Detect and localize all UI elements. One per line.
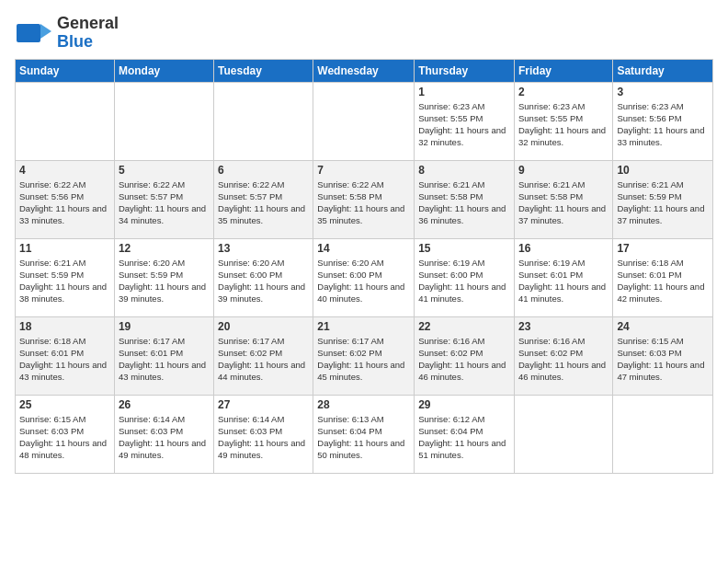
day-number: 20 [218,320,309,333]
day-number: 27 [218,398,309,411]
col-header-wednesday: Wednesday [313,59,415,82]
day-number: 25 [19,398,110,411]
day-cell: 9Sunrise: 6:21 AM Sunset: 5:58 PM Daylig… [514,160,612,238]
day-cell: 22Sunrise: 6:16 AM Sunset: 6:02 PM Dayli… [415,316,515,395]
day-number: 1 [418,86,510,98]
day-number: 7 [317,164,410,177]
day-cell: 16Sunrise: 6:19 AM Sunset: 6:01 PM Dayli… [514,238,612,316]
day-cell: 6Sunrise: 6:22 AM Sunset: 5:57 PM Daylig… [214,160,313,238]
svg-rect-0 [17,24,40,42]
day-cell: 7Sunrise: 6:22 AM Sunset: 5:58 PM Daylig… [313,160,415,238]
day-info: Sunrise: 6:23 AM Sunset: 5:55 PM Dayligh… [418,100,510,149]
day-info: Sunrise: 6:23 AM Sunset: 5:56 PM Dayligh… [617,100,709,149]
day-cell: 20Sunrise: 6:17 AM Sunset: 6:02 PM Dayli… [214,316,313,395]
day-info: Sunrise: 6:18 AM Sunset: 6:01 PM Dayligh… [19,335,110,384]
day-cell: 26Sunrise: 6:14 AM Sunset: 6:03 PM Dayli… [114,395,213,473]
day-info: Sunrise: 6:22 AM Sunset: 5:57 PM Dayligh… [119,178,210,227]
day-cell: 12Sunrise: 6:20 AM Sunset: 5:59 PM Dayli… [114,238,213,316]
week-row-5: 25Sunrise: 6:15 AM Sunset: 6:03 PM Dayli… [16,395,713,473]
day-info: Sunrise: 6:21 AM Sunset: 5:58 PM Dayligh… [518,178,609,227]
day-number: 29 [418,398,510,411]
day-number: 8 [418,164,510,177]
day-cell: 1Sunrise: 6:23 AM Sunset: 5:55 PM Daylig… [415,82,515,160]
day-info: Sunrise: 6:17 AM Sunset: 6:02 PM Dayligh… [218,335,309,384]
day-cell: 3Sunrise: 6:23 AM Sunset: 5:56 PM Daylig… [613,82,713,160]
calendar-table: SundayMondayTuesdayWednesdayThursdayFrid… [15,59,713,474]
day-cell: 25Sunrise: 6:15 AM Sunset: 6:03 PM Dayli… [16,395,115,473]
day-info: Sunrise: 6:12 AM Sunset: 6:04 PM Dayligh… [418,413,510,462]
week-row-4: 18Sunrise: 6:18 AM Sunset: 6:01 PM Dayli… [16,316,713,395]
day-info: Sunrise: 6:21 AM Sunset: 5:59 PM Dayligh… [19,257,110,305]
day-cell: 17Sunrise: 6:18 AM Sunset: 6:01 PM Dayli… [613,238,713,316]
day-cell [613,395,713,473]
day-number: 14 [317,242,410,255]
day-cell [214,82,313,160]
calendar-header-row: SundayMondayTuesdayWednesdayThursdayFrid… [16,59,713,82]
svg-marker-1 [40,24,51,39]
day-cell: 18Sunrise: 6:18 AM Sunset: 6:01 PM Dayli… [16,316,115,395]
col-header-saturday: Saturday [613,59,713,82]
day-cell: 15Sunrise: 6:19 AM Sunset: 6:00 PM Dayli… [415,238,515,316]
day-number: 15 [418,242,510,255]
col-header-monday: Monday [114,59,213,82]
day-cell: 8Sunrise: 6:21 AM Sunset: 5:58 PM Daylig… [415,160,515,238]
day-info: Sunrise: 6:20 AM Sunset: 5:59 PM Dayligh… [119,257,210,305]
day-number: 5 [119,164,210,177]
day-info: Sunrise: 6:14 AM Sunset: 6:03 PM Dayligh… [119,413,210,462]
day-cell [514,395,612,473]
col-header-friday: Friday [514,59,612,82]
day-cell: 13Sunrise: 6:20 AM Sunset: 6:00 PM Dayli… [214,238,313,316]
day-number: 4 [19,164,110,177]
day-info: Sunrise: 6:18 AM Sunset: 6:01 PM Dayligh… [617,257,709,305]
day-info: Sunrise: 6:21 AM Sunset: 5:59 PM Dayligh… [617,178,709,227]
day-info: Sunrise: 6:20 AM Sunset: 6:00 PM Dayligh… [218,257,309,305]
week-row-1: 1Sunrise: 6:23 AM Sunset: 5:55 PM Daylig… [16,82,713,160]
day-info: Sunrise: 6:16 AM Sunset: 6:02 PM Dayligh… [418,335,510,384]
day-number: 24 [617,320,709,333]
day-number: 28 [317,398,410,411]
day-info: Sunrise: 6:22 AM Sunset: 5:57 PM Dayligh… [218,178,309,227]
day-cell: 19Sunrise: 6:17 AM Sunset: 6:01 PM Dayli… [114,316,213,395]
logo-general: General [57,15,119,33]
day-number: 19 [119,320,210,333]
day-info: Sunrise: 6:19 AM Sunset: 6:01 PM Dayligh… [518,257,609,305]
day-number: 2 [518,86,609,98]
day-number: 3 [617,86,709,98]
col-header-sunday: Sunday [16,59,115,82]
day-cell: 11Sunrise: 6:21 AM Sunset: 5:59 PM Dayli… [16,238,115,316]
col-header-thursday: Thursday [415,59,515,82]
day-number: 21 [317,320,410,333]
day-cell: 27Sunrise: 6:14 AM Sunset: 6:03 PM Dayli… [214,395,313,473]
day-number: 23 [518,320,609,333]
day-cell: 29Sunrise: 6:12 AM Sunset: 6:04 PM Dayli… [415,395,515,473]
day-cell: 28Sunrise: 6:13 AM Sunset: 6:04 PM Dayli… [313,395,415,473]
day-number: 10 [617,164,709,177]
day-info: Sunrise: 6:22 AM Sunset: 5:58 PM Dayligh… [317,178,410,227]
day-cell: 4Sunrise: 6:22 AM Sunset: 5:56 PM Daylig… [16,160,115,238]
day-info: Sunrise: 6:15 AM Sunset: 6:03 PM Dayligh… [617,335,709,384]
day-info: Sunrise: 6:14 AM Sunset: 6:03 PM Dayligh… [218,413,309,462]
day-number: 6 [218,164,309,177]
day-number: 26 [119,398,210,411]
day-cell: 21Sunrise: 6:17 AM Sunset: 6:02 PM Dayli… [313,316,415,395]
day-info: Sunrise: 6:17 AM Sunset: 6:02 PM Dayligh… [317,335,410,384]
day-cell [313,82,415,160]
day-cell: 14Sunrise: 6:20 AM Sunset: 6:00 PM Dayli… [313,238,415,316]
logo-blue: Blue [57,33,119,52]
calendar-body: 1Sunrise: 6:23 AM Sunset: 5:55 PM Daylig… [16,82,713,473]
day-number: 18 [19,320,110,333]
day-number: 16 [518,242,609,255]
day-cell: 2Sunrise: 6:23 AM Sunset: 5:55 PM Daylig… [514,82,612,160]
day-number: 22 [418,320,510,333]
day-info: Sunrise: 6:16 AM Sunset: 6:02 PM Dayligh… [518,335,609,384]
day-info: Sunrise: 6:21 AM Sunset: 5:58 PM Dayligh… [418,178,510,227]
day-cell [114,82,213,160]
day-cell: 23Sunrise: 6:16 AM Sunset: 6:02 PM Dayli… [514,316,612,395]
day-number: 17 [617,242,709,255]
day-info: Sunrise: 6:22 AM Sunset: 5:56 PM Dayligh… [19,178,110,227]
day-cell: 24Sunrise: 6:15 AM Sunset: 6:03 PM Dayli… [613,316,713,395]
col-header-tuesday: Tuesday [214,59,313,82]
day-info: Sunrise: 6:13 AM Sunset: 6:04 PM Dayligh… [317,413,410,462]
day-number: 13 [218,242,309,255]
day-number: 12 [119,242,210,255]
